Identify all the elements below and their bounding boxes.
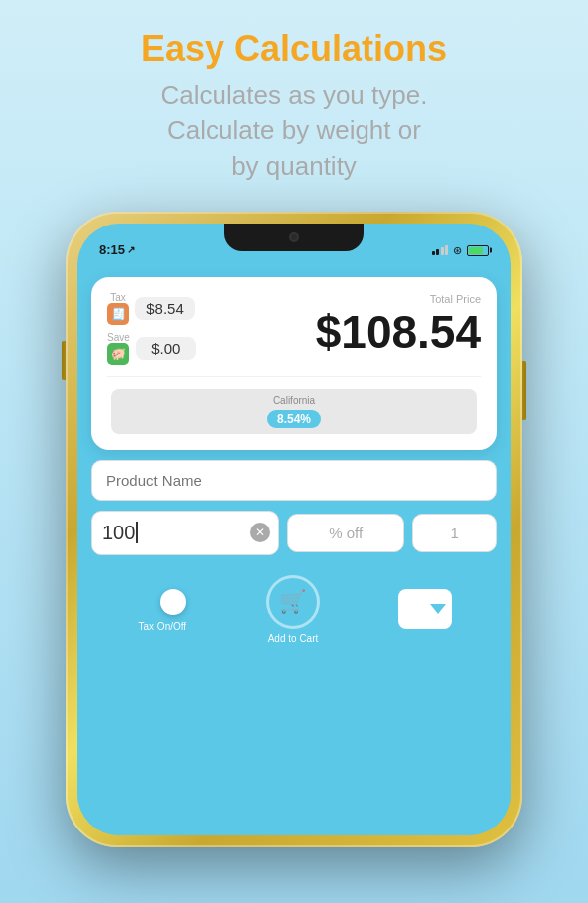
save-icon[interactable]: 🐖 — [107, 343, 129, 365]
clear-button[interactable]: ✕ — [250, 523, 270, 542]
header-section: Easy Calculations Calculates as you type… — [0, 0, 588, 202]
app-subtitle: Calculates as you type. Calculate by wei… — [30, 78, 558, 183]
tax-save-column: Tax 🧾 $8.54 Save 🐖 $.00 — [107, 293, 196, 365]
tax-icon[interactable]: 🧾 — [107, 303, 129, 325]
tax-toggle-wrap: Tax On/Off — [136, 587, 188, 632]
tax-amount: $8.54 — [135, 297, 195, 320]
phone-mockup: 8:15 ↗ ⊛ — [66, 212, 522, 847]
tax-rate-badge: 8.54% — [267, 410, 321, 428]
toggle-knob — [160, 589, 186, 615]
product-name-input[interactable] — [91, 460, 497, 501]
state-label: California — [123, 395, 465, 406]
price-input-wrap[interactable]: 100 ✕ — [91, 511, 279, 555]
display-options-button[interactable] — [398, 589, 452, 629]
percent-off-input[interactable]: % off — [287, 514, 404, 552]
inputs-area: 100 ✕ % off 1 — [77, 450, 511, 555]
bottom-toolbar: Tax On/Off 🛒 Add to Cart — [77, 567, 511, 654]
phone-notch — [224, 224, 364, 251]
save-amount: $.00 — [136, 337, 196, 360]
tax-toggle-label: Tax On/Off — [139, 621, 187, 632]
total-price-label: Total Price — [316, 293, 481, 305]
dropdown-arrow-icon — [430, 604, 446, 614]
phone-shell: 8:15 ↗ ⊛ — [66, 212, 522, 847]
phone-screen: 8:15 ↗ ⊛ — [77, 224, 511, 835]
tax-save-row: Tax 🧾 $8.54 Save 🐖 $.00 — [107, 293, 481, 365]
battery-fill — [469, 247, 483, 254]
price-card: Tax 🧾 $8.54 Save 🐖 $.00 — [91, 277, 497, 450]
price-value: 100 — [102, 522, 135, 544]
status-icons: ⊛ — [432, 244, 490, 257]
add-to-cart-button[interactable]: 🛒 — [266, 575, 320, 629]
app-title: Easy Calculations — [30, 28, 558, 69]
display-options-wrap — [398, 589, 452, 629]
save-item: Save 🐖 $.00 — [107, 333, 196, 365]
signal-icon — [432, 245, 449, 255]
wifi-icon: ⊛ — [453, 244, 462, 257]
tax-rate-row: California 8.54% — [111, 389, 477, 434]
app-content: Tax 🧾 $8.54 Save 🐖 $.00 — [77, 263, 511, 835]
power-button — [522, 361, 526, 420]
add-to-cart-wrap: 🛒 Add to Cart — [266, 575, 320, 644]
text-cursor — [136, 522, 138, 543]
status-time: 8:15 ↗ — [99, 242, 135, 257]
price-row: 100 ✕ % off 1 — [91, 511, 497, 555]
cart-label: Add to Cart — [268, 633, 319, 644]
card-divider — [107, 376, 481, 377]
battery-icon — [467, 245, 489, 256]
front-camera — [289, 232, 299, 242]
tax-toggle[interactable] — [136, 587, 188, 617]
total-column: Total Price $108.54 — [316, 293, 481, 358]
total-price-value: $108.54 — [316, 307, 481, 358]
quantity-input[interactable]: 1 — [412, 514, 497, 552]
location-icon: ↗ — [127, 244, 135, 255]
tax-item: Tax 🧾 $8.54 — [107, 293, 196, 325]
